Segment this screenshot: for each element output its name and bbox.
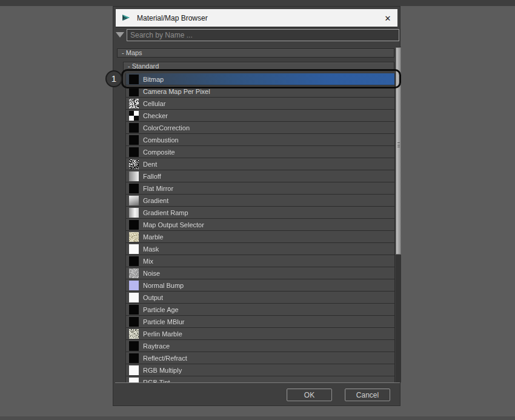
map-item-checker[interactable]: Checker [125,110,395,122]
map-thumbnail-swatch [129,268,139,278]
map-item-label: Flat Mirror [143,185,173,192]
map-list: - Maps - Standard BitmapCamera Map Per P… [116,47,401,382]
map-item-label: Cellular [143,100,165,107]
map-item-flat-mirror[interactable]: Flat Mirror [125,182,395,195]
map-item-label: Gradient Ramp [143,209,188,216]
dialog-titlebar[interactable]: Material/Map Browser ✕ [116,9,397,27]
map-thumbnail-swatch [129,378,139,383]
map-item-output[interactable]: Output [125,292,395,304]
list-scrollbar[interactable] [396,47,401,382]
scrollbar-thumb[interactable] [396,47,401,255]
map-item-rgb-tint[interactable]: RGB Tint [125,376,395,382]
map-item-label: Checker [143,112,168,119]
map-item-label: Camera Map Per Pixel [143,88,210,95]
map-rows: BitmapCamera Map Per PixelCellularChecke… [125,73,395,382]
dialog-title: Material/Map Browser [137,14,208,22]
map-item-label: Mix [143,258,153,265]
map-thumbnail-swatch [129,256,139,266]
map-thumbnail-swatch [129,208,139,218]
map-thumbnail-swatch [129,111,139,121]
map-item-label: Combustion [143,136,179,144]
map-thumbnail-swatch [129,317,139,327]
map-item-particle-age[interactable]: Particle Age [125,304,395,316]
map-thumbnail-swatch [129,172,139,181]
map-thumbnail-swatch [129,135,139,145]
map-item-label: Map Output Selector [143,221,204,228]
map-item-label: Reflect/Refract [143,355,187,362]
map-thumbnail-swatch [129,232,139,242]
map-item-label: RGB Multiply [143,367,182,374]
3dsmax-logo-icon [121,13,131,23]
filter-dropdown-icon[interactable] [116,32,124,38]
annotation-badge: 1 [105,70,122,87]
map-item-label: Mask [143,245,159,253]
map-item-gradient[interactable]: Gradient [125,195,395,207]
map-item-colorcorrection[interactable]: ColorCorrection [125,122,395,134]
map-item-cellular[interactable]: Cellular [125,98,395,110]
map-thumbnail-swatch [129,147,139,157]
map-thumbnail-swatch [129,341,139,351]
map-thumbnail-swatch [129,123,139,133]
map-item-bitmap[interactable]: Bitmap [125,73,395,85]
screenshot-background: Material/Map Browser ✕ - Maps - Standard… [0,0,515,420]
map-item-normal-bump[interactable]: Normal Bump [125,279,395,292]
map-item-label: Raytrace [143,342,170,350]
group-header-standard[interactable]: - Standard [123,62,394,71]
map-item-camera-map-per-pixel[interactable]: Camera Map Per Pixel [125,85,395,98]
map-item-label: Normal Bump [143,282,184,289]
map-thumbnail-swatch [129,99,139,108]
background-bottom-strip [0,416,515,420]
map-item-raytrace[interactable]: Raytrace [125,340,395,352]
map-item-label: Bitmap [143,76,164,83]
map-item-label: ColorCorrection [143,124,190,132]
map-thumbnail-swatch [129,329,139,339]
footer-divider [115,382,400,383]
map-item-composite[interactable]: Composite [125,146,395,158]
map-thumbnail-swatch [129,196,139,205]
close-icon[interactable]: ✕ [382,13,394,24]
search-input[interactable] [127,29,399,41]
map-item-perlin-marble[interactable]: Perlin Marble [125,328,395,340]
map-thumbnail-swatch [129,365,139,375]
map-item-label: Dent [143,161,157,168]
map-item-label: Marble [143,233,164,241]
map-thumbnail-swatch [129,220,139,230]
map-item-noise[interactable]: Noise [125,267,395,279]
map-item-label: Perlin Marble [143,330,182,338]
map-item-gradient-ramp[interactable]: Gradient Ramp [125,207,395,219]
map-item-label: Particle Age [143,306,179,313]
map-thumbnail-swatch [129,244,139,254]
map-item-falloff[interactable]: Falloff [125,170,395,182]
map-item-label: Output [143,294,163,301]
map-item-reflect-refract[interactable]: Reflect/Refract [125,352,395,364]
map-thumbnail-swatch [129,293,139,302]
map-item-mask[interactable]: Mask [125,243,395,255]
map-item-combustion[interactable]: Combustion [125,134,395,146]
map-item-mix[interactable]: Mix [125,255,395,267]
background-top-strip [0,0,515,6]
map-thumbnail-swatch [129,159,139,169]
map-thumbnail-swatch [129,353,139,363]
map-item-label: Gradient [143,197,168,204]
map-item-map-output-selector[interactable]: Map Output Selector [125,219,395,231]
cancel-button[interactable]: Cancel [345,388,390,401]
map-item-label: Composite [143,148,175,156]
map-thumbnail-swatch [129,281,139,290]
map-item-label: Particle MBlur [143,318,184,325]
map-item-marble[interactable]: Marble [125,231,395,243]
map-thumbnail-swatch [129,75,139,84]
map-thumbnail-swatch [129,305,139,315]
map-item-rgb-multiply[interactable]: RGB Multiply [125,364,395,376]
map-thumbnail-swatch [129,184,139,193]
map-item-particle-mblur[interactable]: Particle MBlur [125,316,395,328]
map-thumbnail-swatch [129,87,139,96]
scrollbar-grip-icon [397,142,400,147]
map-item-dent[interactable]: Dent [125,158,395,170]
map-item-label: Noise [143,270,160,277]
ok-button[interactable]: OK [287,388,332,401]
map-item-label: Falloff [143,173,161,180]
group-header-maps[interactable]: - Maps [117,48,394,58]
